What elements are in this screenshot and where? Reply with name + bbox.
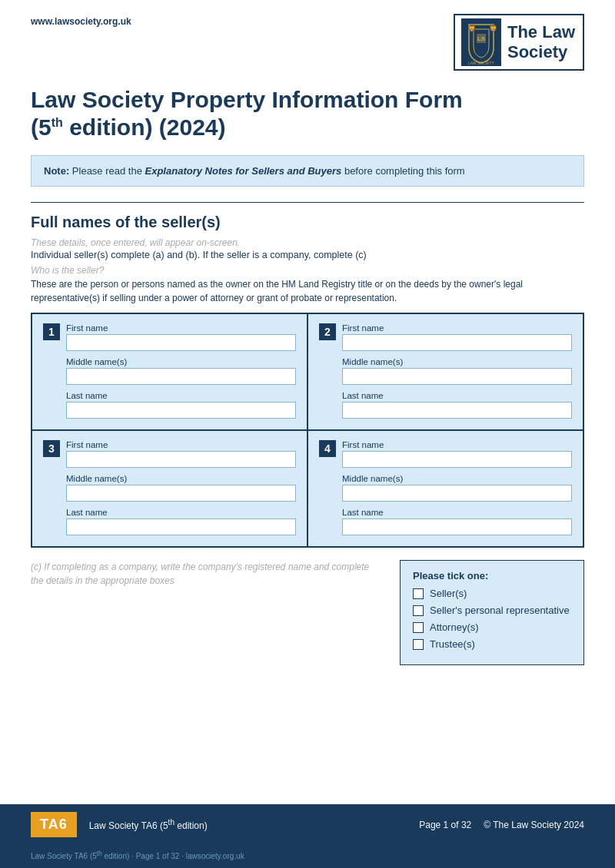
last-name-input-1[interactable] (66, 402, 296, 419)
logo-text: The Law Society (507, 22, 575, 63)
tick-label-personal-rep: Seller's personal representative (430, 605, 570, 616)
middle-name-input-2[interactable] (342, 368, 572, 385)
seller-cell-1: 1 First name Middle name(s) Last name (32, 313, 308, 430)
middle-name-label-2: Middle name(s) (342, 357, 572, 366)
seller-number-4: 4 (319, 440, 336, 457)
first-name-label-2: First name (342, 323, 572, 333)
website-url: www.lawsociety.org.uk (31, 14, 131, 28)
svg-text:LS: LS (477, 35, 486, 42)
seller-cell-2: 2 First name Middle name(s) Last name (308, 313, 583, 430)
tick-option-personal-rep: Seller's personal representative (413, 605, 571, 616)
checkbox-attorney[interactable] (413, 622, 424, 633)
footer-copyright: © The Law Society 2024 (484, 820, 584, 830)
middle-name-input-1[interactable] (66, 368, 296, 385)
first-name-input-2[interactable] (342, 334, 572, 351)
first-name-label-1: First name (66, 323, 296, 333)
seller-fields-3: First name Middle name(s) Last name (66, 440, 296, 535)
footer-badge: TA6 (31, 812, 77, 837)
logo-emblem-icon: LS 🦁 🦁 LAW SOCIETY (461, 18, 501, 66)
first-name-input-4[interactable] (342, 451, 572, 468)
law-society-logo: LS 🦁 🦁 LAW SOCIETY The Law Society (454, 14, 584, 71)
first-name-label-4: First name (342, 440, 572, 449)
footer: TA6 Law Society TA6 (5th edition) Page 1… (0, 804, 615, 845)
tick-box: Please tick one: Seller(s) Seller's pers… (400, 560, 584, 665)
seller-number-2: 2 (319, 323, 336, 340)
last-name-input-4[interactable] (342, 518, 572, 535)
seller-fields-2: First name Middle name(s) Last name (342, 323, 572, 419)
seller-fields-1: First name Middle name(s) Last name (66, 323, 296, 419)
middle-name-input-4[interactable] (342, 485, 572, 502)
tick-label-trustee: Trustee(s) (430, 638, 475, 650)
tick-label-attorney: Attorney(s) (430, 621, 479, 633)
middle-name-label-4: Middle name(s) (342, 474, 572, 483)
footer-bottom-text: Law Society TA6 (5th edition) · Page 1 o… (31, 852, 244, 860)
svg-text:🦁: 🦁 (467, 24, 477, 33)
last-name-input-2[interactable] (342, 402, 572, 419)
seller-cell-3: 3 First name Middle name(s) Last name (32, 430, 308, 547)
footer-edition: Law Society TA6 (5th edition) (89, 818, 407, 831)
seller-cell-4: 4 First name Middle name(s) Last name (308, 430, 583, 547)
middle-name-input-3[interactable] (66, 485, 296, 502)
bottom-left: (c) If completing as a company, write th… (31, 560, 384, 588)
section-title: Full names of the seller(s) (31, 214, 584, 231)
last-name-label-4: Last name (342, 508, 572, 517)
footer-page: Page 1 of 32 (419, 820, 471, 830)
instruction-2: Individual seller(s) complete (a) and (b… (31, 250, 584, 260)
svg-text:🦁: 🦁 (489, 24, 498, 33)
last-name-input-3[interactable] (66, 518, 296, 535)
tick-title: Please tick one: (413, 570, 571, 581)
sellers-grid: 1 First name Middle name(s) Last name 2 … (31, 313, 584, 548)
section-divider (31, 202, 584, 203)
tick-label-sellers: Seller(s) (430, 588, 467, 599)
seller-number-1: 1 (43, 323, 60, 340)
note-text: Please read the Explanatory Notes for Se… (72, 165, 465, 177)
last-name-label-2: Last name (342, 391, 572, 400)
form-title: Law Society Property Information Form (5… (31, 86, 584, 141)
note-label: Note: (44, 165, 69, 177)
footer-bottom: Law Society TA6 (5th edition) · Page 1 o… (0, 845, 615, 868)
bottom-instruction: (c) If completing as a company, write th… (31, 560, 384, 588)
bottom-section: (c) If completing as a company, write th… (31, 560, 584, 665)
checkbox-sellers[interactable] (413, 588, 424, 599)
last-name-label-1: Last name (66, 391, 296, 400)
tick-option-sellers: Seller(s) (413, 588, 571, 599)
last-name-label-3: Last name (66, 508, 296, 517)
first-name-input-3[interactable] (66, 451, 296, 468)
tick-option-trustee: Trustee(s) (413, 638, 571, 650)
who-label: Who is the seller? (31, 265, 584, 276)
first-name-input-1[interactable] (66, 334, 296, 351)
middle-name-label-3: Middle name(s) (66, 474, 296, 483)
main-content: Law Society Property Information Form (5… (0, 78, 615, 804)
instruction-1: These details, once entered, will appear… (31, 237, 584, 248)
note-box: Note: Please read the Explanatory Notes … (31, 155, 584, 187)
checkbox-personal-rep[interactable] (413, 605, 424, 616)
page-header: www.lawsociety.org.uk LS 🦁 🦁 LAW SOCIETY (0, 0, 615, 78)
middle-name-label-1: Middle name(s) (66, 357, 296, 366)
who-desc: These are the person or persons named as… (31, 277, 584, 305)
tick-option-attorney: Attorney(s) (413, 621, 571, 633)
svg-text:LAW SOCIETY: LAW SOCIETY (468, 61, 495, 65)
checkbox-trustee[interactable] (413, 639, 424, 650)
seller-number-3: 3 (43, 440, 60, 457)
first-name-label-3: First name (66, 440, 296, 449)
seller-fields-4: First name Middle name(s) Last name (342, 440, 572, 535)
